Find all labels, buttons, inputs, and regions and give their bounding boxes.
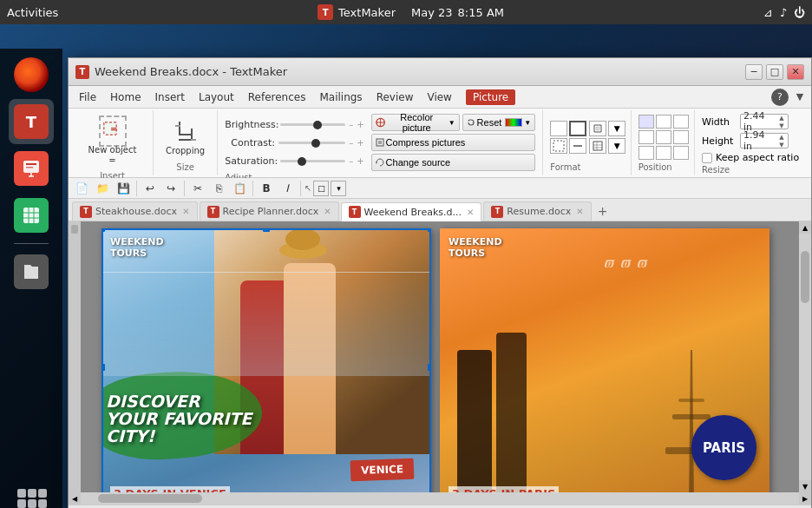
menu-layout[interactable]: Layout: [192, 89, 241, 105]
tb-cut[interactable]: ✂: [188, 179, 207, 198]
document-scroll[interactable]: WEEKEND TOURS DISCOVER YOUR FAVORITE CIT…: [81, 221, 799, 492]
taskbar-grid[interactable]: [9, 480, 54, 508]
format-btn-7[interactable]: [589, 138, 606, 154]
recolor-button[interactable]: Recolor picture ▼: [371, 114, 460, 131]
tab-weekend[interactable]: T Weekend Breaks.d... ✕: [341, 202, 482, 221]
saturation-slider[interactable]: [280, 160, 345, 162]
scroll-down-button[interactable]: ▼: [799, 480, 811, 492]
menu-view[interactable]: View: [420, 89, 458, 105]
pos-btn-4[interactable]: [638, 130, 654, 144]
menu-picture[interactable]: Picture: [466, 89, 515, 105]
taskbar-firefox[interactable]: [9, 52, 54, 97]
handle-tm[interactable]: [263, 228, 270, 232]
tab-icon-resume: T: [491, 206, 503, 218]
menu-insert[interactable]: Insert: [148, 89, 192, 105]
tb-save[interactable]: 💾: [114, 179, 133, 198]
compress-button[interactable]: Compress pictures: [371, 134, 536, 151]
width-spinner[interactable]: 2.44 in ▲ ▼: [740, 114, 789, 129]
keep-aspect-checkbox[interactable]: [702, 153, 712, 163]
pos-btn-7[interactable]: [638, 146, 654, 160]
scroll-up-button[interactable]: ▲: [799, 221, 811, 234]
format-box-1[interactable]: [550, 121, 567, 136]
contrast-slider[interactable]: [278, 142, 345, 144]
tb-italic[interactable]: I: [278, 179, 297, 198]
h-scroll-thumb[interactable]: [98, 494, 202, 503]
reset-button[interactable]: Reset ▼: [462, 114, 536, 131]
brightness-slider[interactable]: [280, 123, 345, 126]
tab-close-recipe[interactable]: ✕: [324, 207, 331, 216]
scroll-right-button[interactable]: ▶: [799, 492, 811, 505]
change-source-button[interactable]: Change source: [371, 154, 536, 171]
tb-open[interactable]: 📁: [93, 179, 112, 198]
pos-btn-5[interactable]: [656, 130, 671, 144]
height-spinner[interactable]: 1.94 in ▲ ▼: [740, 133, 789, 148]
tb-copy[interactable]: ⎘: [209, 179, 228, 198]
tab-close-steakhouse[interactable]: ✕: [182, 207, 189, 216]
handle-ml[interactable]: [102, 364, 105, 371]
help-button[interactable]: ?: [771, 89, 789, 106]
tb-new[interactable]: 📄: [72, 179, 91, 198]
tab-close-resume[interactable]: ✕: [576, 207, 583, 216]
minimize-button[interactable]: ─: [745, 64, 763, 80]
height-arrows[interactable]: ▲ ▼: [776, 133, 788, 148]
horizontal-scrollbar[interactable]: [81, 492, 799, 505]
menu-home[interactable]: Home: [103, 89, 147, 105]
paris-weekend-tours: WEEKEND TOURS: [449, 237, 502, 259]
tb-shape-rect[interactable]: □: [313, 181, 329, 196]
menu-mailings[interactable]: Mailings: [312, 89, 369, 105]
pos-btn-2[interactable]: [656, 115, 671, 129]
pos-btn-6[interactable]: [673, 130, 689, 144]
scroll-thumb[interactable]: [801, 251, 809, 303]
tb-paste[interactable]: 📋: [230, 179, 249, 198]
format-box-4[interactable]: [569, 138, 586, 154]
height-up[interactable]: ▲: [776, 133, 788, 141]
tb-redo[interactable]: ↪: [161, 179, 180, 198]
pos-btn-8[interactable]: [656, 146, 671, 160]
tab-steakhouse[interactable]: T Steakhouse.docx ✕: [72, 201, 198, 221]
width-down[interactable]: ▼: [776, 122, 788, 129]
handle-tr[interactable]: [428, 228, 431, 232]
menu-review[interactable]: Review: [370, 89, 421, 105]
tb-bold[interactable]: B: [257, 179, 276, 198]
grid-icon: [16, 487, 47, 508]
expand-ribbon-button[interactable]: ▼: [792, 89, 808, 105]
pos-btn-9[interactable]: [673, 146, 689, 160]
format-btn-8[interactable]: ▼: [608, 138, 625, 154]
menu-references[interactable]: References: [241, 89, 313, 105]
width-arrows[interactable]: ▲ ▼: [776, 114, 788, 129]
height-down[interactable]: ▼: [776, 141, 788, 148]
handle-mr[interactable]: [428, 364, 431, 371]
format-dropdown-arrow: ▼: [614, 124, 620, 133]
handle-tl[interactable]: [102, 228, 105, 232]
close-button[interactable]: ✕: [787, 64, 804, 80]
menu-file[interactable]: File: [72, 89, 103, 105]
adjust-buttons: Recolor picture ▼ Reset ▼: [371, 114, 536, 171]
tab-add-button[interactable]: +: [593, 201, 612, 221]
taskbar-textmaker[interactable]: T: [9, 99, 54, 144]
tb-shape-dd[interactable]: ▾: [331, 181, 346, 196]
tab-recipe[interactable]: T Recipe Planner.docx ✕: [200, 201, 339, 221]
tab-resume[interactable]: T Resume.docx ✕: [483, 201, 591, 221]
taskbar-planmaker[interactable]: [9, 193, 54, 238]
vertical-scrollbar[interactable]: ▲ ▼: [799, 221, 811, 492]
format-btn-5[interactable]: [589, 121, 606, 136]
pos-btn-3[interactable]: [673, 115, 689, 129]
format-dropdown[interactable]: ▼: [608, 121, 625, 136]
scroll-left-button[interactable]: ◀: [69, 492, 81, 505]
width-up[interactable]: ▲: [776, 114, 788, 122]
contrast-icon-minus: –: [349, 138, 353, 148]
format-box-3[interactable]: [550, 138, 567, 154]
pos-btn-1[interactable]: [638, 115, 654, 129]
tb-undo[interactable]: ↩: [141, 179, 160, 198]
new-object-button[interactable]: = New object =: [79, 114, 146, 169]
page-selector[interactable]: [71, 225, 78, 234]
cropping-button[interactable]: Cropping: [160, 115, 210, 160]
taskbar-presentations[interactable]: [9, 146, 54, 191]
tab-close-weekend[interactable]: ✕: [467, 208, 474, 217]
format-box-2[interactable]: [569, 121, 586, 136]
activities-label[interactable]: Activities: [7, 6, 58, 19]
maximize-button[interactable]: □: [766, 64, 783, 80]
textmaker-taskbar-icon[interactable]: T: [318, 4, 333, 20]
paris-badge: PARIS: [691, 415, 756, 480]
taskbar-files[interactable]: [9, 249, 54, 294]
